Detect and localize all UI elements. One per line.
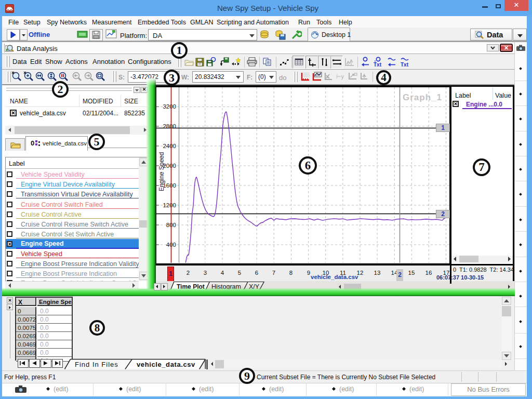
svg-text:Find In Files: Find In Files <box>75 361 118 368</box>
svg-text:1200: 1200 <box>163 202 176 208</box>
svg-text:Txt: Txt <box>401 62 409 68</box>
svg-text:2400: 2400 <box>163 143 176 149</box>
svg-text:⊢y: ⊢y <box>336 73 344 79</box>
svg-text:vehicle_data.csv: vehicle_data.csv <box>137 361 195 368</box>
svg-text:Txt: Txt <box>374 62 382 68</box>
svg-text:3200: 3200 <box>163 103 176 110</box>
